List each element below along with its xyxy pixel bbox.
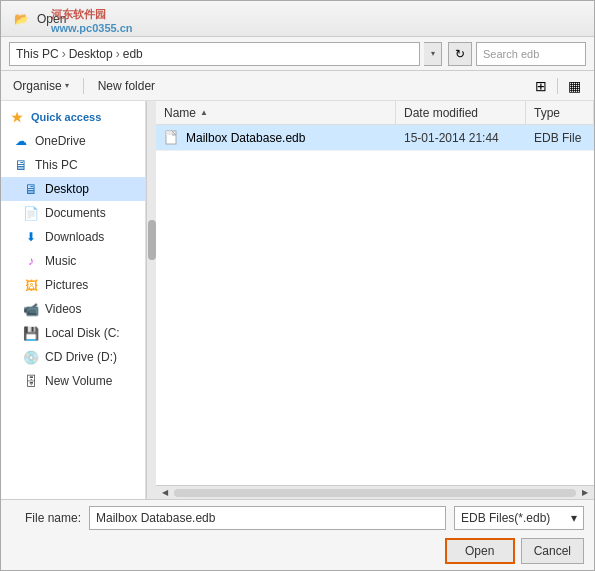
address-path[interactable]: This PC › Desktop › edb xyxy=(9,42,420,66)
sidebar-item-downloads[interactable]: ⬇ Downloads xyxy=(1,225,145,249)
svg-rect-1 xyxy=(166,131,172,135)
address-path-thispc: This PC xyxy=(16,47,59,61)
address-bar: This PC › Desktop › edb ▾ ↻ Search edb xyxy=(1,37,594,71)
address-dropdown[interactable]: ▾ xyxy=(424,42,442,66)
sidebar-item-pictures[interactable]: 🖼 Pictures xyxy=(1,273,145,297)
sidebar-item-localdisk[interactable]: 💾 Local Disk (C: xyxy=(1,321,145,345)
col-header-name[interactable]: Name ▲ xyxy=(156,101,396,124)
footer-actions: Open Cancel xyxy=(11,538,584,564)
localdisk-icon: 💾 xyxy=(23,325,39,341)
filename-input[interactable] xyxy=(89,506,446,530)
file-list-header: Name ▲ Date modified Type xyxy=(156,101,594,125)
sidebar-item-videos[interactable]: 📹 Videos xyxy=(1,297,145,321)
star-icon: ★ xyxy=(9,109,25,125)
sort-arrow: ▲ xyxy=(200,108,208,117)
sidebar: ★ Quick access ☁ OneDrive 🖥 This PC 🖥 De… xyxy=(1,101,146,499)
search-box[interactable]: Search edb xyxy=(476,42,586,66)
sidebar-item-onedrive[interactable]: ☁ OneDrive xyxy=(1,129,145,153)
open-button[interactable]: Open xyxy=(445,538,515,564)
file-icon xyxy=(164,130,180,146)
address-path-edb: edb xyxy=(123,47,143,61)
toolbar: Organise ▾ New folder ⊞ ▦ xyxy=(1,71,594,101)
downloads-icon: ⬇ xyxy=(23,229,39,245)
filetype-dropdown[interactable]: EDB Files(*.edb) ▾ xyxy=(454,506,584,530)
footer: File name: EDB Files(*.edb) ▾ Open Cance… xyxy=(1,499,594,570)
organise-button[interactable]: Organise ▾ xyxy=(9,77,73,95)
toolbar-separator xyxy=(83,78,84,94)
watermark: 河东软件园www.pc0355.cn xyxy=(51,7,133,34)
documents-icon: 📄 xyxy=(23,205,39,221)
toolbar-right: ⊞ ▦ xyxy=(529,75,586,97)
videos-icon: 📹 xyxy=(23,301,39,317)
filename-label: File name: xyxy=(11,511,81,525)
cancel-button[interactable]: Cancel xyxy=(521,538,584,564)
computer-icon: 🖥 xyxy=(13,157,29,173)
pictures-icon: 🖼 xyxy=(23,277,39,293)
scroll-right-arrow[interactable]: ▶ xyxy=(578,486,592,500)
footer-filename-row: File name: EDB Files(*.edb) ▾ xyxy=(11,506,584,530)
sidebar-item-newvolume[interactable]: 🗄 New Volume xyxy=(1,369,145,393)
col-header-date[interactable]: Date modified xyxy=(396,101,526,124)
new-folder-button[interactable]: New folder xyxy=(94,77,159,95)
music-icon: ♪ xyxy=(23,253,39,269)
sidebar-item-quick-access[interactable]: ★ Quick access xyxy=(1,105,145,129)
search-placeholder: Search edb xyxy=(483,48,539,60)
sidebar-scrollbar-thumb xyxy=(148,220,156,260)
file-type-cell: EDB File xyxy=(526,131,594,145)
main-area: ★ Quick access ☁ OneDrive 🖥 This PC 🖥 De… xyxy=(1,101,594,499)
sidebar-item-desktop[interactable]: 🖥 Desktop xyxy=(1,177,145,201)
desktop-icon: 🖥 xyxy=(23,181,39,197)
cddrive-icon: 💿 xyxy=(23,349,39,365)
file-list-body: Mailbox Database.edb 15-01-2014 21:44 ED… xyxy=(156,125,594,485)
onedrive-icon: ☁ xyxy=(13,133,29,149)
view-toggle-button[interactable]: ⊞ xyxy=(529,75,553,97)
sidebar-item-thispc[interactable]: 🖥 This PC xyxy=(1,153,145,177)
title-bar-icon: 📂 xyxy=(11,9,31,29)
sidebar-item-documents[interactable]: 📄 Documents xyxy=(1,201,145,225)
sidebar-item-music[interactable]: ♪ Music xyxy=(1,249,145,273)
sidebar-item-cddrive[interactable]: 💿 CD Drive (D:) xyxy=(1,345,145,369)
organise-chevron: ▾ xyxy=(65,81,69,90)
sidebar-scrollbar[interactable] xyxy=(146,101,156,499)
address-path-desktop: Desktop xyxy=(69,47,113,61)
horizontal-scrollbar[interactable]: ◀ ▶ xyxy=(156,485,594,499)
file-date-cell: 15-01-2014 21:44 xyxy=(396,131,526,145)
scroll-track xyxy=(174,489,576,497)
col-header-type[interactable]: Type xyxy=(526,101,594,124)
file-area: Name ▲ Date modified Type xyxy=(156,101,594,499)
scroll-left-arrow[interactable]: ◀ xyxy=(158,486,172,500)
newvolume-icon: 🗄 xyxy=(23,373,39,389)
table-row[interactable]: Mailbox Database.edb 15-01-2014 21:44 ED… xyxy=(156,125,594,151)
file-name-cell: Mailbox Database.edb xyxy=(156,130,396,146)
layout-button[interactable]: ▦ xyxy=(562,75,586,97)
filetype-chevron: ▾ xyxy=(571,511,577,525)
refresh-button[interactable]: ↻ xyxy=(448,42,472,66)
toolbar-separator-2 xyxy=(557,78,558,94)
